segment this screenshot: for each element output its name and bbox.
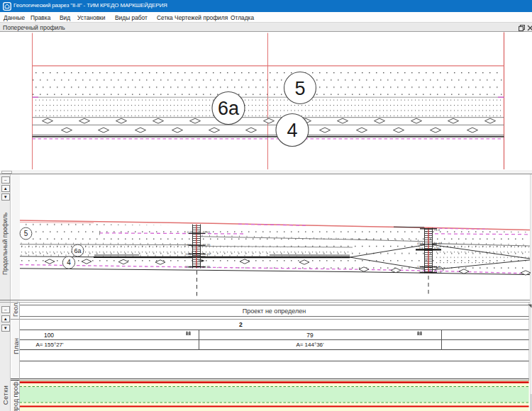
svg-text:5: 5	[294, 78, 305, 99]
svg-text:16.6: 16.6	[185, 265, 192, 269]
svg-text:7.35: 7.35	[434, 247, 440, 250]
svg-text:71.42: 71.42	[434, 242, 443, 245]
svg-text:6а: 6а	[74, 247, 81, 254]
svg-text:13.2: 13.2	[417, 265, 423, 269]
svg-text:74.3: 74.3	[434, 228, 440, 232]
svg-text:7,5: 7,5	[187, 243, 192, 247]
svg-text:4.9: 4.9	[419, 247, 423, 250]
svg-text:70.41: 70.41	[203, 252, 211, 256]
svg-text:72.35: 72.35	[203, 243, 211, 247]
svg-text:42.4: 42.4	[417, 242, 423, 245]
svg-text:10.4: 10.4	[434, 265, 440, 269]
svg-text:6а: 6а	[218, 98, 240, 119]
svg-text:5: 5	[24, 230, 28, 237]
svg-text:10.3: 10.3	[185, 252, 192, 256]
svg-text:2.2: 2.2	[187, 230, 192, 234]
svg-text:4: 4	[287, 120, 297, 141]
svg-text:4: 4	[67, 259, 71, 266]
svg-text:77.01: 77.01	[203, 230, 211, 234]
svg-text:10.35: 10.35	[203, 265, 211, 269]
svg-text:10.18: 10.18	[434, 271, 443, 274]
svg-text:6.3: 6.3	[419, 271, 423, 274]
